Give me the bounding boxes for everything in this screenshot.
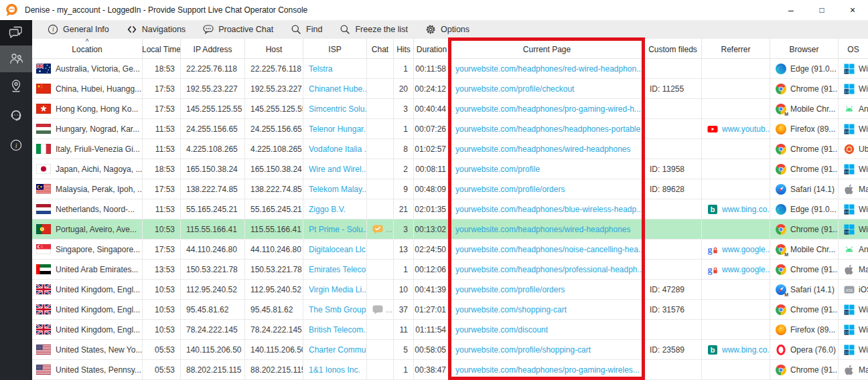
isp-link[interactable]: British Telecom... xyxy=(309,325,367,335)
google-icon: g xyxy=(707,244,718,255)
referrer-link[interactable]: www.bing.co... xyxy=(722,205,770,214)
chrome-browser-icon xyxy=(776,264,786,275)
chrome-m-browser-icon: M xyxy=(776,244,786,255)
current-page-link[interactable]: yourwebsite.com/profile xyxy=(455,165,540,174)
column-header-chat[interactable]: Chat xyxy=(367,39,394,59)
isp-link[interactable]: Wire and Wirel... xyxy=(309,165,367,174)
visitor-row[interactable]: Australia, Victoria, Ge...18:5322.225.76… xyxy=(32,59,868,79)
isp-link[interactable]: 1&1 Ionos Inc. xyxy=(309,365,360,375)
cell-os: 10Win xyxy=(839,119,868,139)
isp-link[interactable]: Telenor Hungar... xyxy=(309,124,367,134)
column-header-hits[interactable]: Hits xyxy=(394,39,414,59)
column-header-browser[interactable]: Browser xyxy=(770,39,839,59)
cell-custom-fields: ID: 23589 xyxy=(644,340,702,360)
column-header-duration[interactable]: Duration xyxy=(414,39,450,59)
isp-link[interactable]: Chinanet Hube... xyxy=(309,84,367,94)
isp-link[interactable]: Emirates Teleco... xyxy=(309,265,367,274)
isp-link[interactable]: Virgin Media Li... xyxy=(309,285,367,294)
current-page-link[interactable]: yourwebsite.com/profile/orders xyxy=(455,285,565,294)
visitor-row-selected[interactable]: Portugal, Aveiro, Ave...10:53115.55.166.… xyxy=(32,219,868,240)
current-page-link[interactable]: yourwebsite.com/headphones/headphones-po… xyxy=(455,124,640,134)
cell-os: 10Win xyxy=(839,59,868,79)
current-page-link[interactable]: yourwebsite.com/discount xyxy=(455,325,548,335)
column-header-isp[interactable]: ISP xyxy=(303,39,367,59)
current-page-link[interactable]: yourwebsite.com/headphones/wired-headpho… xyxy=(455,225,631,234)
sidebar-item-info[interactable]: i xyxy=(0,131,32,161)
visitor-row[interactable]: Japan, Aichi, Nagoya, ...18:53165.150.38… xyxy=(32,159,868,179)
current-page-link[interactable]: yourwebsite.com/headphones/red-wired-hea… xyxy=(455,64,643,74)
isp-link[interactable]: Vodafone Italia ... xyxy=(309,145,367,154)
close-button[interactable]: × xyxy=(837,0,868,20)
isp-link[interactable]: Digitalocean Llc xyxy=(309,245,366,254)
visitor-row[interactable]: United States, New Yo...05:53140.115.206… xyxy=(32,340,868,360)
visitor-row[interactable]: Hong Kong, Hong Ko...17:53145.255.125.55… xyxy=(32,99,868,119)
sidebar-item-visitors[interactable] xyxy=(0,45,32,72)
current-page-link[interactable]: yourwebsite.com/headphones/noise-cancell… xyxy=(455,245,644,254)
visitor-row[interactable]: United Arab Emirates...13:53150.53.221.7… xyxy=(32,260,868,280)
cell-duration: 00:12:06 xyxy=(414,260,450,280)
minimize-button[interactable]: – xyxy=(776,0,806,20)
sidebar-item-chats[interactable] xyxy=(0,20,32,45)
toolbar-button-find[interactable]: Find xyxy=(282,20,331,39)
visitor-row[interactable]: Singapore, Singapore...17:5344.110.246.8… xyxy=(32,240,868,260)
column-header-ip-address[interactable]: IP Address xyxy=(181,39,245,59)
sidebar-item-geo-map[interactable] xyxy=(0,72,32,102)
maximize-button[interactable]: □ xyxy=(806,0,837,20)
isp-link[interactable]: The Smb Group xyxy=(309,305,366,314)
cell-ip-address: 115.55.166.41 xyxy=(181,219,245,240)
isp-link[interactable]: Charter Commu... xyxy=(309,345,367,355)
current-page-link[interactable]: yourwebsite.com/headphones/wired-headpho… xyxy=(455,145,631,154)
isp-link[interactable]: Ziggo B.V. xyxy=(309,205,346,214)
current-page-link[interactable]: yourwebsite.com/headphones/pro-gaming-wi… xyxy=(455,104,641,114)
isp-link[interactable]: Pt Prime - Solu... xyxy=(309,225,367,234)
current-page-link[interactable]: yourwebsite.com/headphones/pro-gaming-wi… xyxy=(455,365,640,375)
visitor-row[interactable]: Netherlands, Noord-...11:5355.165.245.21… xyxy=(32,199,868,219)
referrer-link[interactable]: www.youtub... xyxy=(722,124,770,134)
current-page-link[interactable]: yourwebsite.com/profile/orders xyxy=(455,185,565,194)
current-page-link[interactable]: yourwebsite.com/headphones/professional-… xyxy=(455,265,644,274)
cell-isp: Chinanet Hube... xyxy=(303,79,367,99)
svg-text:i: i xyxy=(15,142,17,149)
referrer-link[interactable]: www.google... xyxy=(722,265,770,274)
column-header-host[interactable]: Host xyxy=(245,39,303,59)
current-page-link[interactable]: yourwebsite.com/profile/shopping-cart xyxy=(455,345,591,355)
os-text: Mac xyxy=(859,185,868,194)
current-page-link[interactable]: yourwebsite.com/headphones/blue-wireless… xyxy=(455,205,643,214)
column-header-location[interactable]: ^Location xyxy=(32,39,143,59)
toolbar-button-proactive-chat[interactable]: Proactive Chat xyxy=(194,20,282,39)
cell-referrer xyxy=(702,320,770,340)
column-header-label: IP Address xyxy=(194,45,232,54)
svg-text:g: g xyxy=(708,264,713,274)
toolbar-button-general-info[interactable]: iGeneral Info xyxy=(39,20,118,39)
visitor-row[interactable]: China, Hubei, Huangg...17:53192.55.23.22… xyxy=(32,79,868,99)
browser-text: Mobile Chr... xyxy=(790,104,835,114)
visitor-row[interactable]: Italy, Friuli-Venezia Gi...11:534.225.10… xyxy=(32,139,868,159)
visitor-row[interactable]: United Kingdom, Engl...10:53112.95.240.5… xyxy=(32,280,868,300)
cell-chat xyxy=(367,280,394,300)
cell-os: 10Win xyxy=(839,340,868,360)
visitor-row[interactable]: Hungary, Nograd, Kar...11:5324.255.156.6… xyxy=(32,119,868,139)
visitor-row[interactable]: Malaysia, Perak, Ipoh, ...17:53138.222.7… xyxy=(32,179,868,199)
isp-link[interactable]: Telstra xyxy=(309,64,332,74)
column-header-custom-fileds[interactable]: Custom fileds xyxy=(644,39,702,59)
toolbar-button-freeze-list[interactable]: Freeze the list xyxy=(331,20,417,39)
isp-link[interactable]: Telekom Malay... xyxy=(309,185,367,194)
referrer-link[interactable]: www.google... xyxy=(722,245,770,254)
cell-isp: Telstra xyxy=(303,59,367,79)
column-header-os[interactable]: OS xyxy=(839,39,868,59)
isp-link[interactable]: Simcentric Solu... xyxy=(309,104,367,114)
sidebar-item-operators[interactable] xyxy=(0,102,32,131)
column-header-referrer[interactable]: Referrer xyxy=(702,39,770,59)
country-flag-icon-us xyxy=(36,365,51,375)
toolbar-button-navigations[interactable]: Navigations xyxy=(118,20,194,39)
toolbar-button-options[interactable]: Options xyxy=(417,20,478,39)
visitor-row[interactable]: United States, Pennsy...05:5388.202.215.… xyxy=(32,360,868,380)
current-page-link[interactable]: yourwebsite.com/profile/checkout xyxy=(455,84,574,94)
column-header-current-page[interactable]: Current Page xyxy=(450,39,644,59)
visitor-row[interactable]: United Kingdom, Engl...10:5378.24.222.14… xyxy=(32,320,868,340)
current-page-link[interactable]: yourwebsite.com/shopping-cart xyxy=(455,305,567,314)
referrer-link[interactable]: www.bing.co... xyxy=(722,345,770,355)
country-flag-icon-pt xyxy=(36,224,51,234)
column-header-local-time[interactable]: Local Time xyxy=(143,39,181,59)
visitor-row[interactable]: United Kingdom, Engl...10:5395.45.81.629… xyxy=(32,300,868,320)
